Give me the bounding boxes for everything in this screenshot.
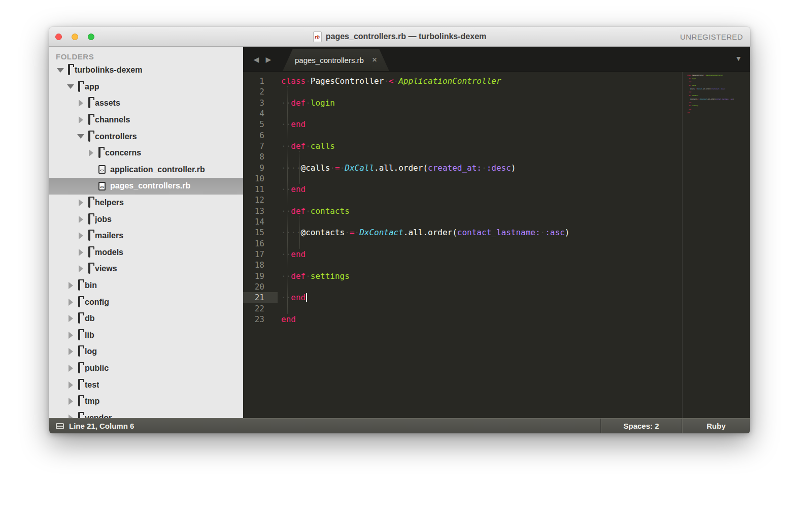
code-line-20[interactable]: 20 — [243, 281, 682, 292]
code-line-22[interactable]: 22 — [243, 303, 682, 314]
disclosure-expanded-icon[interactable] — [56, 68, 64, 73]
tree-row-models[interactable]: models — [49, 244, 243, 261]
line-number[interactable]: 19 — [243, 271, 278, 281]
code-line-6[interactable]: 6 — [243, 130, 682, 141]
tree-row-application-controller-rb[interactable]: application_controller.rb — [49, 162, 243, 178]
disclosure-expanded-icon[interactable] — [77, 134, 85, 139]
code-line-3[interactable]: 3··def·login — [243, 98, 682, 108]
tree-row-views[interactable]: views — [49, 261, 243, 277]
disclosure-collapsed-icon[interactable] — [66, 365, 75, 372]
code-line-21[interactable]: 21··end — [243, 292, 682, 303]
tree-row-controllers[interactable]: controllers — [49, 128, 243, 145]
disclosure-expanded-icon[interactable] — [66, 84, 75, 89]
disclosure-collapsed-icon[interactable] — [66, 282, 75, 289]
line-number[interactable]: 13 — [243, 206, 278, 216]
line-number[interactable]: 9 — [243, 163, 278, 173]
disclosure-collapsed-icon[interactable] — [77, 199, 85, 206]
disclosure-collapsed-icon[interactable] — [77, 265, 85, 272]
tab-scroll-right-icon[interactable]: ▶ — [262, 55, 275, 63]
line-number[interactable]: 23 — [243, 314, 278, 325]
tab-close-icon[interactable]: ✕ — [372, 56, 377, 63]
code-line-12[interactable]: 12 — [243, 195, 682, 205]
line-number[interactable]: 3 — [243, 98, 278, 108]
code-line-4[interactable]: 4 — [243, 108, 682, 119]
code-line-5[interactable]: 5··end — [243, 119, 682, 130]
code-line-9[interactable]: 9····@calls·=·DxCall.all.order(created_a… — [243, 163, 682, 173]
line-number[interactable]: 7 — [243, 141, 278, 151]
code-line-11[interactable]: 11··end — [243, 184, 682, 195]
disclosure-collapsed-icon[interactable] — [87, 149, 95, 156]
code-line-18[interactable]: 18 — [243, 260, 682, 270]
disclosure-collapsed-icon[interactable] — [66, 348, 75, 355]
line-number[interactable]: 14 — [243, 216, 278, 227]
line-number[interactable]: 21 — [243, 292, 278, 303]
code-editor[interactable]: 1class·PagesController·<·ApplicationCont… — [243, 72, 682, 418]
code-line-10[interactable]: 10 — [243, 173, 682, 184]
syntax-setting[interactable]: Ruby — [682, 419, 750, 433]
code-line-17[interactable]: 17··end — [243, 249, 682, 260]
code-line-2[interactable]: 2 — [243, 86, 682, 97]
code-line-8[interactable]: 8 — [243, 151, 682, 162]
window-titlebar[interactable]: rb pages_controllers.rb — turbolinks-dex… — [49, 27, 750, 47]
tab-pages-controllers[interactable]: pages_controllers.rb ✕ — [283, 49, 389, 71]
indent-setting[interactable]: Spaces: 2 — [600, 419, 682, 433]
tree-row-channels[interactable]: channels — [49, 112, 243, 129]
line-number[interactable]: 2 — [243, 86, 278, 97]
line-number[interactable]: 4 — [243, 108, 278, 119]
tree-row-db[interactable]: db — [49, 310, 243, 327]
line-number[interactable]: 15 — [243, 227, 278, 238]
line-number[interactable]: 10 — [243, 173, 278, 184]
tree-row-mailers[interactable]: mailers — [49, 228, 243, 244]
line-number[interactable]: 18 — [243, 260, 278, 270]
line-number[interactable]: 11 — [243, 184, 278, 195]
code-line-23[interactable]: 23end — [243, 314, 682, 325]
tree-row-test[interactable]: test — [49, 376, 243, 393]
panel-toggle-icon[interactable] — [56, 423, 64, 429]
tree-row-vendor[interactable]: vendor — [49, 409, 243, 418]
tab-overflow-icon[interactable]: ▼ — [735, 54, 742, 62]
disclosure-collapsed-icon[interactable] — [66, 299, 75, 306]
code-line-13[interactable]: 13··def·contacts — [243, 206, 682, 216]
code-line-19[interactable]: 19··def·settings — [243, 271, 682, 281]
line-number[interactable]: 1 — [243, 76, 278, 86]
zoom-window-button[interactable] — [88, 34, 94, 40]
code-line-1[interactable]: 1class·PagesController·<·ApplicationCont… — [243, 76, 682, 86]
code-line-14[interactable]: 14 — [243, 216, 682, 227]
line-number[interactable]: 17 — [243, 249, 278, 260]
code-line-7[interactable]: 7··def·calls — [243, 141, 682, 151]
disclosure-collapsed-icon[interactable] — [66, 332, 75, 339]
code-line-16[interactable]: 16 — [243, 238, 682, 249]
tree-row-lib[interactable]: lib — [49, 327, 243, 344]
tree-row-config[interactable]: config — [49, 294, 243, 310]
disclosure-collapsed-icon[interactable] — [66, 381, 75, 389]
disclosure-collapsed-icon[interactable] — [77, 100, 85, 107]
tree-row-pages-controllers-rb[interactable]: pages_controllers.rb — [49, 178, 243, 195]
tree-row-tmp[interactable]: tmp — [49, 393, 243, 410]
tab-scroll-left-icon[interactable]: ◀ — [250, 55, 262, 63]
line-number[interactable]: 6 — [243, 130, 278, 141]
minimize-window-button[interactable] — [72, 34, 78, 40]
disclosure-collapsed-icon[interactable] — [66, 315, 75, 322]
line-number[interactable]: 22 — [243, 303, 278, 314]
line-number[interactable]: 5 — [243, 119, 278, 130]
tree-row-jobs[interactable]: jobs — [49, 211, 243, 228]
minimap[interactable]: 1class·PagesController·<·ApplicationCont… — [682, 72, 750, 418]
disclosure-collapsed-icon[interactable] — [66, 398, 75, 405]
disclosure-collapsed-icon[interactable] — [77, 232, 85, 239]
tree-row-concerns[interactable]: concerns — [49, 145, 243, 162]
disclosure-collapsed-icon[interactable] — [77, 216, 85, 223]
tree-row-turbolinks-dexem[interactable]: turbolinks-dexem — [49, 62, 243, 79]
disclosure-collapsed-icon[interactable] — [77, 116, 85, 123]
tree-row-bin[interactable]: bin — [49, 277, 243, 294]
line-number[interactable]: 16 — [243, 238, 278, 249]
tree-row-public[interactable]: public — [49, 360, 243, 377]
close-window-button[interactable] — [55, 34, 62, 40]
tree-row-helpers[interactable]: helpers — [49, 195, 243, 211]
disclosure-collapsed-icon[interactable] — [77, 249, 85, 256]
line-number[interactable]: 8 — [243, 151, 278, 162]
tree-row-assets[interactable]: assets — [49, 95, 243, 112]
line-number[interactable]: 20 — [243, 281, 278, 292]
line-number[interactable]: 12 — [243, 195, 278, 205]
code-line-15[interactable]: 15····@contacts·=·DxContact.all.order(co… — [243, 227, 682, 238]
disclosure-collapsed-icon[interactable] — [66, 415, 75, 418]
